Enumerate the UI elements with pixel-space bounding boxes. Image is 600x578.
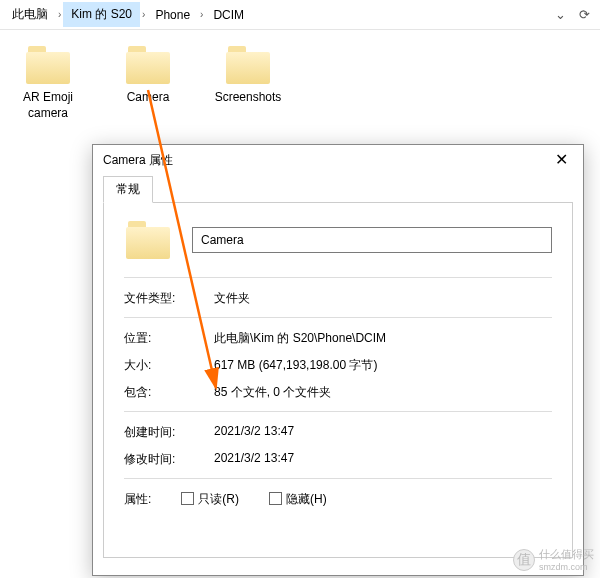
checkbox-hidden[interactable]: 隐藏(H) [269, 491, 327, 508]
dialog-title: Camera 属性 [103, 152, 539, 169]
label-location: 位置: [124, 330, 214, 347]
folder-item[interactable]: Screenshots [212, 46, 284, 121]
folder-label: Screenshots [212, 90, 284, 106]
dialog-titlebar[interactable]: Camera 属性 ✕ [93, 145, 583, 175]
folder-icon [124, 46, 172, 84]
folder-icon [224, 46, 272, 84]
chevron-right-icon[interactable]: › [140, 9, 147, 20]
properties-dialog: Camera 属性 ✕ 常规 Camera 文件类型:文件夹 位置:此电脑\Ki… [92, 144, 584, 576]
label-type: 文件类型: [124, 290, 214, 307]
folder-label: Camera [112, 90, 184, 106]
breadcrumb-item[interactable]: Phone [147, 4, 198, 26]
divider [124, 317, 552, 318]
folder-label: AR Emoji camera [12, 90, 84, 121]
watermark-icon: 值 [513, 549, 535, 571]
divider [124, 478, 552, 479]
watermark: 值 什么值得买 smzdm.com [513, 547, 594, 572]
chevron-right-icon[interactable]: › [56, 9, 63, 20]
chevron-down-icon[interactable]: ⌄ [548, 7, 572, 22]
label-attributes: 属性: [124, 491, 151, 508]
value-location: 此电脑\Kim 的 S20\Phone\DCIM [214, 330, 552, 347]
watermark-text: 什么值得买 [539, 547, 594, 562]
value-type: 文件夹 [214, 290, 552, 307]
value-size: 617 MB (647,193,198.00 字节) [214, 357, 552, 374]
folder-icon [24, 46, 72, 84]
name-field[interactable]: Camera [192, 227, 552, 253]
label-modified: 修改时间: [124, 451, 214, 468]
refresh-icon[interactable]: ⟳ [572, 7, 596, 22]
folder-item[interactable]: Camera [112, 46, 184, 121]
chevron-right-icon[interactable]: › [198, 9, 205, 20]
dialog-body: Camera 文件类型:文件夹 位置:此电脑\Kim 的 S20\Phone\D… [103, 202, 573, 558]
value-modified: 2021/3/2 13:47 [214, 451, 552, 468]
checkbox-icon [269, 492, 282, 505]
checkbox-icon [181, 492, 194, 505]
value-contains: 85 个文件, 0 个文件夹 [214, 384, 552, 401]
label-size: 大小: [124, 357, 214, 374]
checkbox-readonly[interactable]: 只读(R) [181, 491, 239, 508]
folder-pane: AR Emoji camera Camera Screenshots [0, 30, 600, 137]
value-created: 2021/3/2 13:47 [214, 424, 552, 441]
address-bar: 此电脑 › Kim 的 S20 › Phone › DCIM ⌄ ⟳ [0, 0, 600, 30]
watermark-site: smzdm.com [539, 562, 594, 572]
breadcrumb-item[interactable]: DCIM [205, 4, 252, 26]
tab-general[interactable]: 常规 [103, 176, 153, 203]
label-created: 创建时间: [124, 424, 214, 441]
folder-item[interactable]: AR Emoji camera [12, 46, 84, 121]
breadcrumb-item[interactable]: Kim 的 S20 [63, 2, 140, 27]
breadcrumb-item[interactable]: 此电脑 [4, 2, 56, 27]
label-contains: 包含: [124, 384, 214, 401]
folder-icon [124, 221, 172, 259]
close-icon[interactable]: ✕ [539, 145, 583, 175]
dialog-tabs: 常规 [93, 175, 583, 202]
divider [124, 277, 552, 278]
divider [124, 411, 552, 412]
